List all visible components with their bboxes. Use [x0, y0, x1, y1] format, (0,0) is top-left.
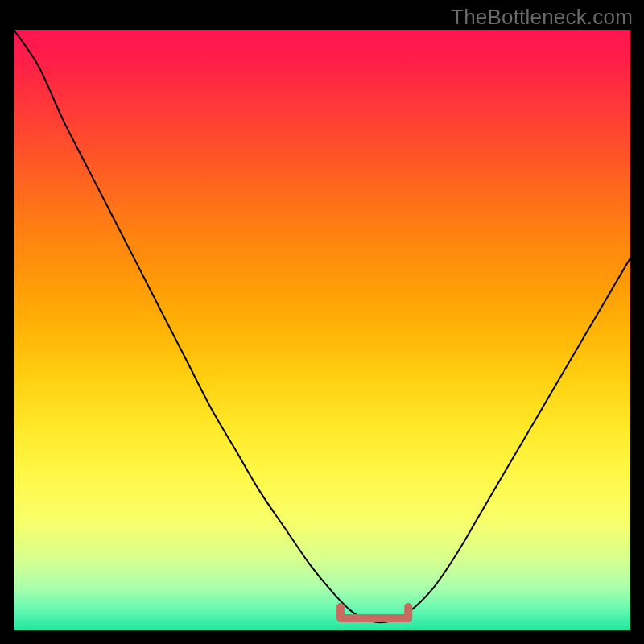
optimal-zone-marker [341, 607, 408, 618]
chart-svg [14, 30, 630, 630]
watermark-text: TheBottleneck.com [451, 5, 633, 30]
chart-container: TheBottleneck.com [0, 0, 644, 644]
bottleneck-curve [14, 30, 630, 622]
plot-area [14, 30, 630, 630]
